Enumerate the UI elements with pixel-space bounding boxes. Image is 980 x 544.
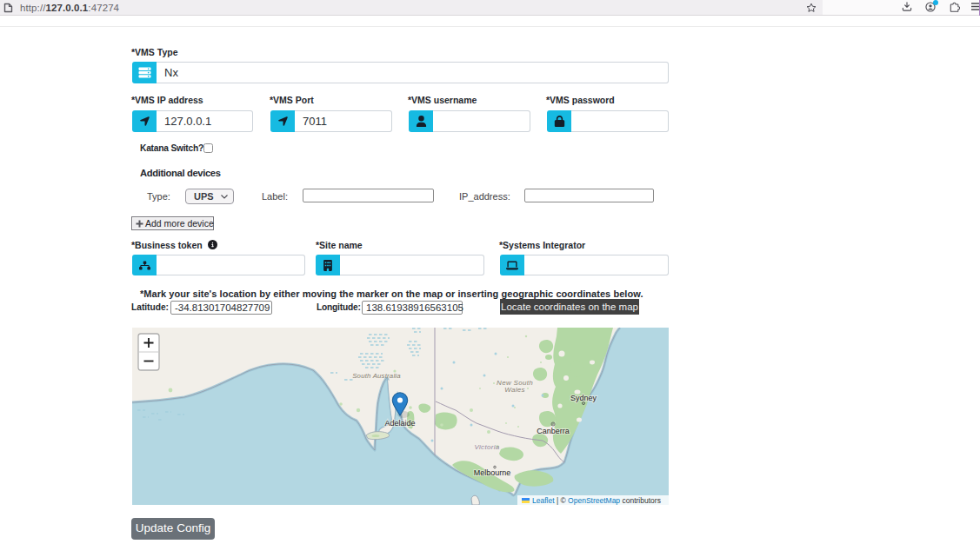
svg-text:Adelaide: Adelaide <box>384 419 415 428</box>
svg-text:Sydney: Sydney <box>570 394 597 402</box>
svg-text:Melbourne: Melbourne <box>474 468 511 477</box>
svg-text:Victoria: Victoria <box>475 443 500 451</box>
svg-text:Leaflet | © OpenStreetMap cont: Leaflet | © OpenStreetMap contributors <box>532 496 661 505</box>
svg-text:Canberra: Canberra <box>537 427 570 435</box>
svg-text:Wales: Wales <box>504 386 525 394</box>
svg-text:South Australia: South Australia <box>352 372 401 380</box>
